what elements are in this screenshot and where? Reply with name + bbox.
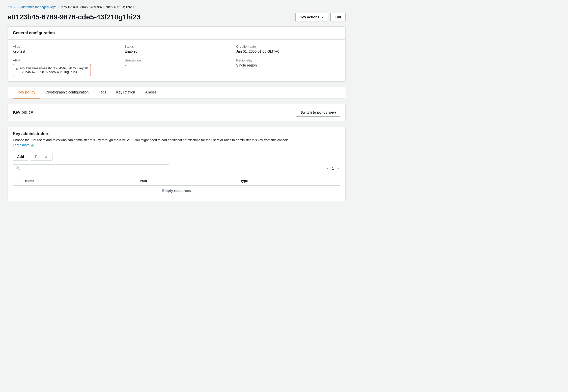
description-item: Description - (125, 58, 229, 76)
key-administrators-card: Key administrators Choose the IAM users … (8, 126, 346, 201)
breadcrumb-kms[interactable]: KMS (8, 5, 15, 9)
name-column-header: Name (22, 176, 137, 185)
breadcrumb-customer-keys[interactable]: Customer-managed keys (20, 5, 56, 9)
tabs: Key policy Cryptographic configuration T… (8, 87, 346, 99)
pagination-next-button[interactable]: › (336, 166, 340, 171)
config-grid: Alias key-test Status Enabled Creation d… (13, 45, 340, 76)
add-button[interactable]: Add (13, 153, 28, 160)
tab-key-rotation[interactable]: Key rotation (111, 87, 140, 99)
type-column-header: Type (237, 176, 340, 185)
regionality-item: Regionality Single region (236, 58, 340, 76)
switch-to-policy-view-button[interactable]: Switch to policy view (296, 108, 340, 117)
creation-date-item: Creation date Jan 01, 2000 01:00 GMT+0 (236, 45, 340, 53)
table-header-row: Name Path Type (13, 176, 340, 185)
regionality-value: Single region (236, 63, 257, 67)
tab-key-policy[interactable]: Key policy (13, 87, 40, 99)
table-empty-row: Empty resources (13, 185, 340, 196)
search-input[interactable] (21, 166, 166, 170)
alias-label: Alias (13, 45, 117, 48)
pagination-prev-button[interactable]: ‹ (326, 166, 330, 171)
general-configuration-body: Alias key-test Status Enabled Creation d… (8, 40, 345, 81)
general-configuration-header: General configuration (8, 27, 345, 40)
external-link-icon: 🔗 (31, 144, 35, 147)
page-header: a0123b45-6789-9876-cde5-43f210g1hi23 Key… (8, 13, 346, 21)
breadcrumb-sep-2: › (58, 5, 59, 9)
status-value: Enabled (125, 49, 137, 53)
arn-line2: 123b45-6789-9876-cde5-43f210g1hi23 (20, 70, 88, 74)
status-item: Status Enabled (125, 45, 229, 53)
regionality-label: Regionality (236, 58, 340, 62)
breadcrumb: KMS › Customer-managed keys › Key ID: a0… (8, 5, 346, 9)
arn-item: ARN ⧉ arn:aws:kms:us-east-1:123456789876… (13, 58, 117, 76)
key-actions-button[interactable]: Key actions ▼ (295, 13, 328, 21)
description-label: Description (125, 58, 229, 62)
key-policy-header: Key policy Switch to policy view (8, 104, 345, 121)
arn-label: ARN (13, 58, 117, 62)
tab-cryptographic-configuration[interactable]: Cryptographic configuration (40, 87, 94, 99)
path-column-header: Path (137, 176, 237, 185)
tab-aliases[interactable]: Aliases (140, 87, 162, 99)
chevron-down-icon: ▼ (321, 16, 324, 19)
alias-value: key-test (13, 49, 25, 53)
admins-header: Key administrators Choose the IAM users … (8, 126, 345, 147)
search-box[interactable]: 🔍 (13, 165, 169, 172)
admins-actions: Add Remove (8, 149, 345, 165)
arn-line1: arn:aws:kms:us-east-1:1234567898765:key/… (20, 66, 88, 70)
checkbox-header (13, 176, 22, 185)
creation-date-label: Creation date (236, 45, 340, 48)
key-policy-title: Key policy (13, 110, 33, 115)
header-actions: Key actions ▼ Edit (295, 13, 346, 21)
search-icon: 🔍 (16, 166, 20, 170)
table-container: Name Path Type Empty resources (8, 176, 345, 201)
administrators-table: Name Path Type Empty resources (13, 176, 340, 196)
tab-tags[interactable]: Tags (94, 87, 111, 99)
arn-text-container: arn:aws:kms:us-east-1:1234567898765:key/… (20, 66, 88, 74)
general-configuration-card: General configuration Alias key-test Sta… (8, 26, 346, 82)
empty-resources-message: Empty resources (13, 185, 340, 196)
learn-more-link[interactable]: Learn more (13, 143, 30, 147)
pagination-current: 1 (332, 166, 334, 170)
edit-button[interactable]: Edit (330, 13, 346, 21)
key-policy-card: Key policy Switch to policy view (8, 104, 346, 121)
description-value: - (125, 63, 126, 67)
admins-title: Key administrators (13, 132, 340, 136)
arn-content: ⧉ arn:aws:kms:us-east-1:1234567898765:ke… (16, 66, 88, 74)
alias-item: Alias key-test (13, 45, 117, 53)
search-container: 🔍 ‹ 1 › (8, 165, 345, 176)
admins-description: Choose the IAM users and roles who can a… (13, 138, 340, 142)
breadcrumb-current: Key ID: a0123b45-6789-9876-cde5-43f210g1… (61, 5, 133, 9)
creation-date-value: Jan 01, 2000 01:00 GMT+0 (236, 49, 279, 53)
key-actions-label: Key actions (300, 15, 320, 19)
status-label: Status (125, 45, 229, 48)
tabs-container: Key policy Cryptographic configuration T… (8, 87, 346, 99)
arn-box: ⧉ arn:aws:kms:us-east-1:1234567898765:ke… (13, 64, 91, 76)
breadcrumb-sep-1: › (17, 5, 18, 9)
pagination: ‹ 1 › (326, 166, 340, 171)
page-title: a0123b45-6789-9876-cde5-43f210g1hi23 (8, 13, 141, 21)
select-all-checkbox[interactable] (16, 179, 19, 182)
copy-icon[interactable]: ⧉ (16, 67, 18, 71)
remove-button[interactable]: Remove (31, 153, 52, 160)
